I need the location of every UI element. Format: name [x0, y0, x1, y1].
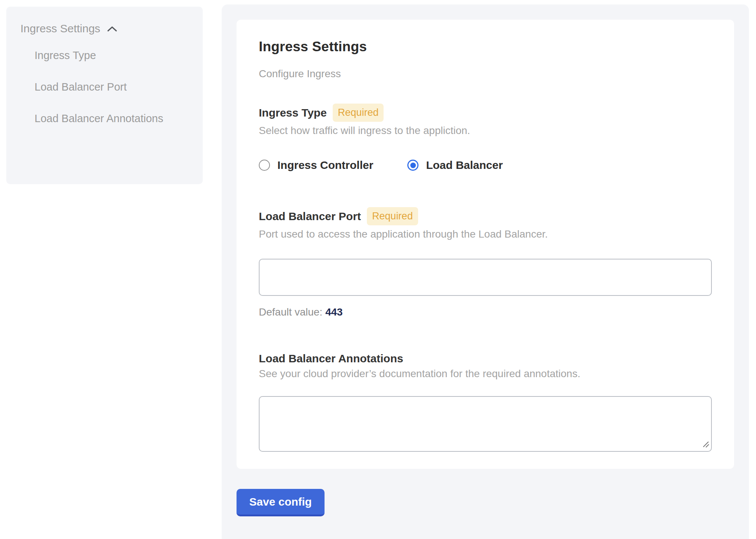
- default-value-label: Default value:: [259, 306, 322, 318]
- radio-dot: [410, 163, 416, 168]
- page-subtitle: Configure Ingress: [259, 68, 712, 80]
- save-config-button[interactable]: Save config: [237, 489, 325, 516]
- load-balancer-port-label: Load Balancer Port: [259, 210, 361, 223]
- ingress-settings-panel: Ingress Settings Configure Ingress Ingre…: [222, 4, 749, 539]
- load-balancer-port-heading: Load Balancer Port Required: [259, 207, 712, 225]
- default-value-helper: Default value:443: [259, 306, 712, 318]
- required-badge: Required: [333, 104, 384, 122]
- annotations-textarea-wrap: [259, 396, 712, 452]
- load-balancer-annotations-description: See your cloud provider’s documentation …: [259, 368, 712, 380]
- default-value-number: 443: [325, 306, 343, 318]
- load-balancer-annotations-textarea[interactable]: [259, 396, 712, 452]
- section-load-balancer-annotations: Load Balancer Annotations See your cloud…: [259, 352, 712, 452]
- sidebar-item-load-balancer-port[interactable]: Load Balancer Port: [35, 76, 176, 98]
- load-balancer-port-description: Port used to access the application thro…: [259, 228, 712, 240]
- page-title: Ingress Settings: [259, 39, 712, 55]
- ingress-settings-card: Ingress Settings Configure Ingress Ingre…: [237, 20, 734, 469]
- sidebar-section-title: Ingress Settings: [20, 22, 100, 35]
- sidebar-item-load-balancer-annotations[interactable]: Load Balancer Annotations: [35, 107, 176, 130]
- ingress-type-heading: Ingress Type Required: [259, 104, 712, 122]
- load-balancer-port-input[interactable]: [259, 259, 712, 296]
- required-badge: Required: [367, 207, 418, 225]
- radio-label-ingress-controller: Ingress Controller: [277, 159, 373, 172]
- sidebar-item-list: Ingress Type Load Balancer Port Load Bal…: [20, 44, 192, 130]
- radio-label-load-balancer: Load Balancer: [426, 159, 503, 172]
- section-ingress-type: Ingress Type Required Select how traffic…: [259, 104, 712, 172]
- load-balancer-annotations-heading: Load Balancer Annotations: [259, 352, 712, 365]
- settings-nav-sidebar: Ingress Settings Ingress Type Load Balan…: [6, 7, 203, 184]
- radio-option-load-balancer[interactable]: Load Balancer: [407, 159, 503, 172]
- ingress-type-description: Select how traffic will ingress to the a…: [259, 125, 712, 137]
- section-load-balancer-port: Load Balancer Port Required Port used to…: [259, 207, 712, 318]
- sidebar-section-ingress-settings[interactable]: Ingress Settings: [20, 22, 192, 35]
- radio-selected-icon[interactable]: [407, 160, 418, 171]
- chevron-up-icon: [107, 22, 117, 35]
- load-balancer-annotations-label: Load Balancer Annotations: [259, 352, 403, 365]
- sidebar-item-ingress-type[interactable]: Ingress Type: [35, 44, 176, 66]
- radio-unselected-icon[interactable]: [259, 160, 270, 171]
- ingress-type-radio-group: Ingress Controller Load Balancer: [259, 159, 712, 172]
- radio-option-ingress-controller[interactable]: Ingress Controller: [259, 159, 373, 172]
- ingress-type-label: Ingress Type: [259, 107, 327, 119]
